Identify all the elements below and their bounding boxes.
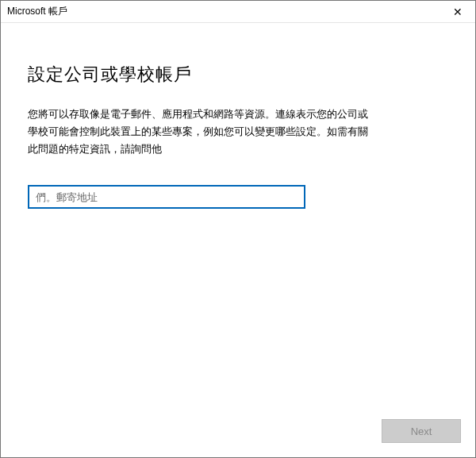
email-input[interactable] [28,185,305,209]
next-button[interactable]: Next [382,419,461,443]
window-title: Microsoft 帳戶 [7,5,67,18]
dialog-window: Microsoft 帳戶 ✕ 設定公司或學校帳戶 您將可以存取像是電子郵件、應用… [0,0,476,458]
titlebar: Microsoft 帳戶 ✕ [1,1,475,23]
description-text: 您將可以存取像是電子郵件、應用程式和網路等資源。連線表示您的公司或學校可能會控制… [28,106,377,158]
close-button[interactable]: ✕ [440,1,475,23]
page-title: 設定公司或學校帳戶 [28,63,448,87]
footer: Next [1,419,475,457]
content-area: 設定公司或學校帳戶 您將可以存取像是電子郵件、應用程式和網路等資源。連線表示您的… [1,23,475,419]
close-icon: ✕ [453,6,463,18]
